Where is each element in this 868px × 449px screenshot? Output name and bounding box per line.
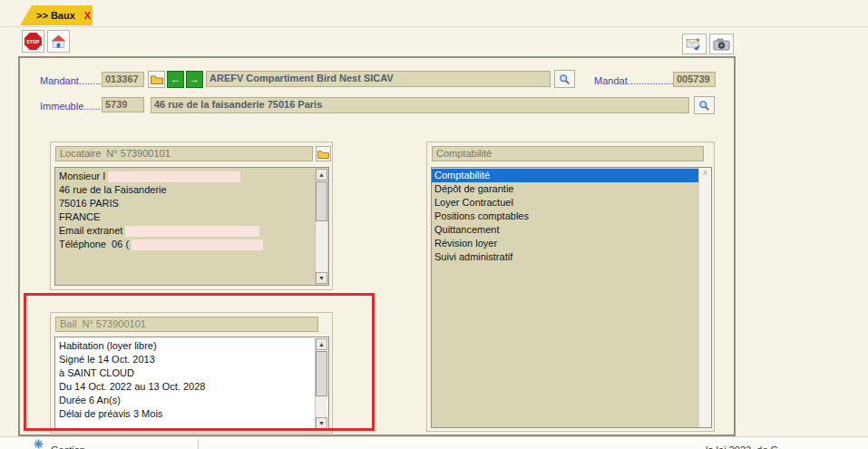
camera-icon [713,38,730,51]
scroll-up-button[interactable]: ▲ [316,338,327,350]
immeuble-address-field[interactable]: 46 rue de la faisanderie 75016 Paris [151,97,689,113]
immeuble-label: Immeuble........ [40,101,106,112]
comptabilite-group: Comptabilité Comptabilité Dépôt de garan… [426,142,715,432]
status-text-right: la loi 2022 de C [706,444,778,449]
redacted-text [108,171,240,182]
magnifier-icon [698,100,710,112]
list-item-depot-de-garantie[interactable]: Dépôt de garantie [432,182,698,196]
comptabilite-header: Comptabilité [432,146,704,161]
mandant-code-field[interactable]: 013367 [102,72,144,87]
comptabilite-scrollbar[interactable]: ∧ [698,168,711,427]
mandant-name-field[interactable]: AREFV Compartiment Bird Nest SICAV [206,71,551,87]
tab-label: >> Baux [36,10,75,21]
locataire-line: Monsieur I [59,170,325,183]
bail-info-box: Habitation (loyer libre) Signé le 14 Oct… [54,337,329,431]
magnifier-icon [559,73,571,85]
mandat-code-field[interactable]: 005739 [673,72,716,87]
folder-icon [317,150,329,159]
stop-button[interactable]: STOP [22,30,44,53]
mandant-folder-button[interactable] [148,71,165,88]
app-root: { "tab": { "label": ">> Baux", "close_la… [0,0,868,449]
bail-line: Habitation (loyer libre) [59,339,325,353]
comptabilite-list: Comptabilité Dépôt de garantie Loyer Con… [431,167,712,428]
scroll-down-button[interactable]: ▼ [316,417,327,429]
bail-line: Délai de préavis 3 Mois [59,407,325,421]
mail-forward-icon [686,37,703,51]
status-bar: Gestion la loi 2022 de C [0,436,868,449]
bail-line: à SAINT CLOUD [59,366,325,380]
folder-icon [151,74,163,84]
stop-icon: STOP [24,33,42,50]
tab-close-button[interactable]: X [84,10,91,21]
bail-group: Bail N° 573900101 Habitation (loyer libr… [50,312,333,434]
prev-record-button[interactable]: ← [167,71,184,88]
tabstrip-divider [0,26,868,27]
list-item-positions-comptables[interactable]: Positions comptables [432,210,698,223]
locataire-line: Email extranet [59,224,325,238]
immeuble-code-field[interactable]: 5739 [102,97,144,112]
stop-icon-label: STOP [26,39,39,44]
locataire-line: Téléphone 06 ( [59,238,325,251]
status-text-left: Gestion [51,444,85,449]
locataire-folder-button[interactable] [316,146,331,161]
send-mail-button[interactable] [682,34,707,54]
locataire-scrollbar[interactable]: ▲ ▼ [315,169,327,284]
immeuble-search-button[interactable] [694,96,715,114]
bail-line: Durée 6 An(s) [59,394,325,407]
screenshot-button[interactable] [709,34,734,54]
locataire-header: Locataire N° 573900101 [55,146,313,161]
bail-line: Du 14 Oct. 2022 au 13 Oct. 2028 [59,380,325,394]
locataire-group: Locataire N° 573900101 Monsieur I 46 rue… [50,142,333,290]
list-item-loyer-contractuel[interactable]: Loyer Contractuel [432,196,698,210]
locataire-info-box: Monsieur I 46 rue de la Faisanderie 7501… [54,167,329,286]
next-record-button[interactable]: → [186,71,203,88]
scroll-down-button[interactable]: ▼ [316,272,327,284]
status-flower-icon [34,439,44,449]
redacted-text [132,239,263,250]
tab-baux[interactable]: >> Baux X [20,5,93,25]
mandant-search-button[interactable] [554,70,575,88]
list-item-quittancement[interactable]: Quittancement [432,223,698,237]
redacted-text [125,226,259,237]
scroll-up-button[interactable]: ▲ [316,169,327,181]
home-button[interactable] [47,30,70,53]
arrow-left-icon: ← [171,73,180,86]
list-item-revision-loyer[interactable]: Révision loyer [432,237,698,250]
mandant-label: Mandant.......... [40,75,106,86]
scroll-thumb[interactable] [316,181,327,221]
status-separator [198,439,199,449]
home-icon [51,34,66,48]
bail-scrollbar[interactable]: ▲ ▼ [315,338,327,429]
arrow-right-icon: → [190,73,200,86]
list-item-comptabilite[interactable]: Comptabilité [432,169,698,182]
bail-header: Bail N° 573900101 [55,317,318,332]
scroll-thumb[interactable] [316,351,327,396]
locataire-line: 46 rue de la Faisanderie [59,183,325,197]
locataire-line: 75016 PARIS [59,197,325,210]
list-item-suivi-administratif[interactable]: Suivi administratif [432,250,698,264]
locataire-line: FRANCE [59,210,325,224]
scroll-up-icon: ∧ [703,169,708,177]
bail-line: Signé le 14 Oct. 2013 [59,353,325,366]
